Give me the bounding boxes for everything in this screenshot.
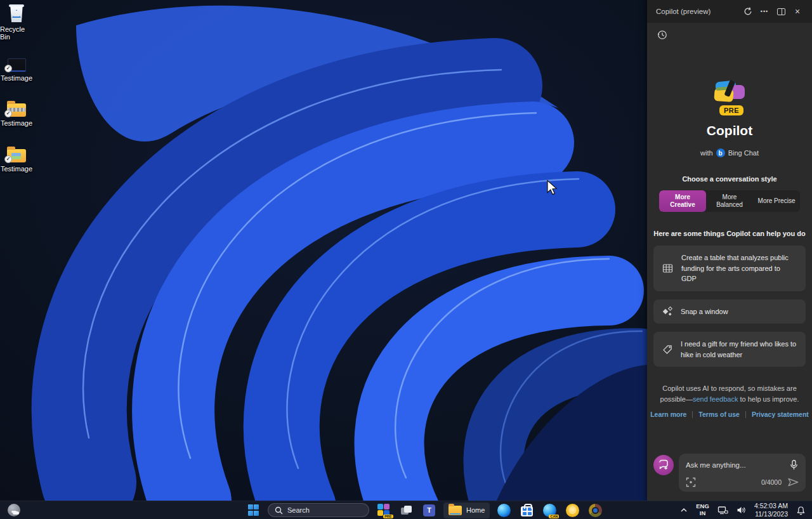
hidden-icons-button[interactable] xyxy=(678,503,690,518)
history-row xyxy=(647,23,812,41)
sync-check-icon: ✓ xyxy=(4,65,12,72)
teams-button[interactable]: T xyxy=(421,503,438,518)
style-more-balanced[interactable]: More Balanced xyxy=(706,190,753,212)
speaker-icon xyxy=(737,506,746,515)
widgets-weather-button[interactable] xyxy=(5,503,22,518)
notifications-button[interactable] xyxy=(794,503,808,518)
history-clock-icon xyxy=(657,29,668,41)
style-more-creative[interactable]: More Creative xyxy=(659,190,706,212)
file-explorer-icon xyxy=(449,506,462,515)
search-icon xyxy=(275,506,283,515)
privacy-statement-link[interactable]: Privacy statement xyxy=(752,411,809,418)
taskbar: Search PRE T Home xyxy=(0,501,812,519)
send-feedback-link[interactable]: send feedback xyxy=(693,395,738,403)
zip-folder-icon: ✓ xyxy=(6,98,27,117)
disclaimer-text-after: to help us improve. xyxy=(738,395,799,403)
desktop-icon-testimage-1[interactable]: ✓ Testimage xyxy=(0,53,33,82)
microsoft-store-button[interactable] xyxy=(518,503,535,518)
desktop-icon-label: Testimage xyxy=(1,74,32,82)
split-window-icon xyxy=(777,8,785,15)
copilot-app-name: Copilot xyxy=(707,123,752,138)
conversation-style-toggle: More Creative More Balanced More Precise xyxy=(659,190,800,212)
weather-icon xyxy=(8,504,20,516)
edge-canary-button[interactable]: CAN xyxy=(541,503,558,518)
chrome-button[interactable] xyxy=(587,503,604,518)
panel-title: Copilot (preview) xyxy=(656,8,740,15)
char-counter: 0/4000 xyxy=(761,478,782,486)
close-panel-button[interactable]: × xyxy=(789,4,806,19)
copilot-logo-art xyxy=(712,79,747,108)
table-icon xyxy=(662,263,673,273)
search-label: Search xyxy=(287,506,310,514)
chrome-canary-button[interactable] xyxy=(564,503,581,518)
teams-icon: T xyxy=(423,504,435,516)
desktop-icon-testimage-3[interactable]: ✓ Testimage xyxy=(0,143,33,173)
file-explorer-window-button[interactable]: Home xyxy=(443,503,490,518)
style-more-precise[interactable]: More Precise xyxy=(753,190,800,212)
suggestion-card-gift[interactable]: I need a gift for my friend who likes to… xyxy=(653,332,806,367)
ask-box: 0/4000 xyxy=(679,454,806,492)
taskbar-search[interactable]: Search xyxy=(268,503,369,517)
desktop-icon-recycle-bin[interactable]: Recycle Bin xyxy=(0,4,33,41)
send-icon[interactable] xyxy=(787,477,799,487)
copilot-panel: Copilot (preview) ••• × xyxy=(647,0,812,501)
divider xyxy=(745,411,746,418)
network-button[interactable] xyxy=(715,503,731,518)
learn-more-link[interactable]: Learn more xyxy=(650,411,686,418)
subtitle-brand: Bing Chat xyxy=(728,149,759,157)
more-options-button[interactable]: ••• xyxy=(756,4,773,19)
chat-input-bar: 0/4000 xyxy=(653,454,806,492)
snap-window-icon xyxy=(662,306,672,317)
bloom-wallpaper-art xyxy=(0,0,647,501)
desktop-icon-label: Recycle Bin xyxy=(0,25,33,41)
suggestion-card-snap[interactable]: Snap a window xyxy=(653,299,806,324)
sync-check-icon: ✓ xyxy=(4,110,12,117)
tray-date: 11/13/2023 xyxy=(755,510,788,518)
task-view-icon xyxy=(401,506,412,515)
desktop-icon-label: Testimage xyxy=(1,119,32,127)
edge-button[interactable] xyxy=(495,503,513,518)
open-in-window-button[interactable] xyxy=(773,4,789,19)
taskbar-copilot-button[interactable]: PRE xyxy=(375,503,392,518)
preview-badge: PRE xyxy=(719,105,743,115)
volume-button[interactable] xyxy=(734,503,749,518)
refresh-icon xyxy=(743,6,753,16)
clock-date[interactable]: 4:52:03 AM 11/13/2023 xyxy=(752,503,790,518)
desktop-icon-testimage-2[interactable]: ✓ Testimage xyxy=(0,98,33,127)
image-folder-icon: ✓ xyxy=(6,143,27,162)
chrome-icon xyxy=(589,504,602,517)
new-chat-icon xyxy=(658,459,669,471)
more-icon: ••• xyxy=(761,8,768,15)
subtitle-prefix: with xyxy=(700,149,713,157)
new-topic-button[interactable] xyxy=(653,455,674,475)
copilot-panel-header: Copilot (preview) ••• × xyxy=(647,0,812,23)
edge-icon xyxy=(497,504,511,517)
suggestion-card-table[interactable]: Create a table that analyzes public fund… xyxy=(653,246,806,291)
task-view-button[interactable] xyxy=(398,503,415,518)
refresh-button[interactable] xyxy=(740,4,756,19)
system-tray: ENG IN 4:52:03 AM 11/13/2023 xyxy=(678,501,808,519)
bell-icon xyxy=(796,506,806,515)
sync-check-icon: ✓ xyxy=(4,155,12,163)
ask-input[interactable] xyxy=(686,461,789,469)
chat-history-button[interactable] xyxy=(657,29,668,41)
desktop-icon-label: Testimage xyxy=(1,165,32,173)
terms-of-use-link[interactable]: Terms of use xyxy=(698,411,740,418)
start-button[interactable] xyxy=(245,503,262,518)
language-line2: IN xyxy=(700,510,706,517)
suggestion-text: Snap a window xyxy=(681,306,728,317)
microphone-icon[interactable] xyxy=(789,459,799,470)
chrome-canary-icon xyxy=(566,504,579,517)
mouse-cursor xyxy=(546,180,560,199)
taskbar-center: Search PRE T Home xyxy=(245,501,604,519)
language-indicator[interactable]: ENG IN xyxy=(693,503,712,518)
bing-chat-subtitle: with b Bing Chat xyxy=(700,148,759,157)
screenshot-capture-icon[interactable] xyxy=(686,477,696,487)
copilot-logo: PRE xyxy=(712,79,747,115)
suggestions-header: Here are some things Copilot can help yo… xyxy=(653,230,806,237)
recycle-bin-icon xyxy=(6,4,27,23)
explorer-window-title: Home xyxy=(466,506,485,514)
tray-time: 4:52:03 AM xyxy=(754,502,788,510)
suggestion-text: I need a gift for my friend who likes to… xyxy=(681,339,797,360)
divider xyxy=(692,411,693,418)
